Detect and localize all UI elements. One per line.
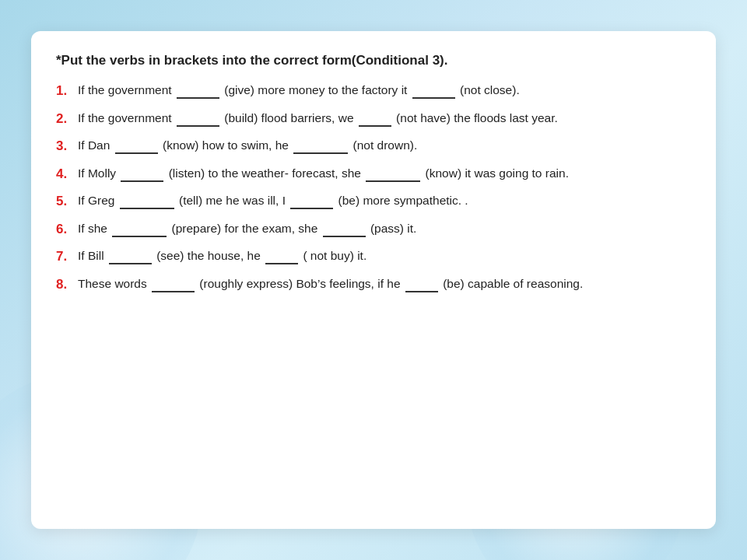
item-number: 3.: [56, 136, 78, 156]
item-number: 1.: [56, 81, 78, 101]
item-number: 2.: [56, 109, 78, 129]
blank-space: [412, 85, 455, 99]
list-item: 5.If Greg (tell) me he was ill, I (be) m…: [56, 191, 688, 212]
page-title: *Put the verbs in brackets into the corr…: [56, 53, 688, 68]
exercise-list: 1.If the government (give) more money to…: [56, 81, 688, 294]
blank-space: [115, 140, 158, 154]
item-text: If the government (build) flood barriers…: [78, 109, 688, 127]
item-text: If the government (give) more money to t…: [78, 81, 688, 99]
item-number: 6.: [56, 219, 78, 240]
blank-space: [120, 195, 174, 209]
blank-space: [323, 223, 366, 237]
blank-space: [405, 278, 438, 292]
list-item: 4.If Molly (listen) to the weather- fore…: [56, 164, 688, 184]
item-number: 8.: [56, 275, 78, 295]
item-text: If Dan (know) how to swim, he (not drown…: [78, 136, 688, 154]
blank-space: [293, 140, 348, 154]
list-item: 7.If Bill (see) the house, he ( not buy)…: [56, 247, 688, 267]
blank-space: [121, 168, 163, 182]
blank-space: [112, 223, 167, 237]
item-text: These words (roughly express) Bob’s feel…: [78, 275, 688, 292]
list-item: 8. These words (roughly express) Bob’s f…: [56, 275, 688, 295]
blank-space: [177, 113, 219, 127]
item-text: If Molly (listen) to the weather- foreca…: [78, 164, 688, 182]
item-number: 7.: [56, 247, 78, 267]
list-item: 2. If the government (build) flood barri…: [56, 109, 688, 129]
main-card: *Put the verbs in brackets into the corr…: [31, 31, 716, 529]
item-text: If she (prepare) for the exam, she (pass…: [78, 219, 688, 237]
item-text: If Bill (see) the house, he ( not buy) i…: [78, 247, 688, 264]
blank-space: [152, 278, 195, 292]
list-item: 1.If the government (give) more money to…: [56, 81, 688, 101]
blank-space: [177, 85, 219, 99]
item-number: 5.: [56, 191, 78, 212]
item-text: If Greg (tell) me he was ill, I (be) mor…: [78, 191, 688, 209]
blank-space: [290, 195, 333, 209]
blank-space: [359, 113, 391, 127]
blank-space: [366, 168, 420, 182]
list-item: 3.If Dan (know) how to swim, he (not dro…: [56, 136, 688, 156]
item-number: 4.: [56, 164, 78, 184]
list-item: 6.If she (prepare) for the exam, she (pa…: [56, 219, 688, 240]
blank-space: [109, 250, 152, 264]
blank-space: [265, 250, 298, 264]
